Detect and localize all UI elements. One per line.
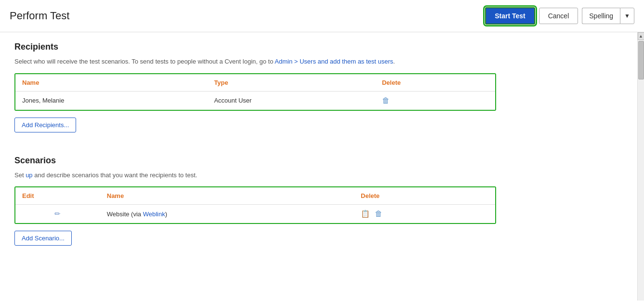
scenarios-section: Scenarios Set up and describe scenarios …: [14, 156, 623, 258]
scenario-name-text: Website (via Weblink): [107, 210, 167, 218]
scenarios-table: Edit Name Delete ✏ Website (via Weblink): [15, 187, 495, 223]
table-row: ✏ Website (via Weblink) 📋 🗑: [15, 205, 495, 223]
copy-scenario-icon[interactable]: 📋: [361, 210, 370, 218]
recipients-col-delete: Delete: [375, 74, 495, 92]
admin-users-link[interactable]: Admin > Users and add them as test users: [275, 58, 393, 65]
scenario-name: Website (via Weblink): [100, 205, 354, 223]
recipient-type: Account User: [207, 91, 375, 110]
recipients-table-wrapper: Name Type Delete Jones, Melanie Account …: [14, 73, 496, 111]
scenarios-table-wrapper: Edit Name Delete ✏ Website (via Weblink): [14, 186, 496, 224]
recipient-name: Jones, Melanie: [15, 91, 207, 110]
scrollbar-up-arrow[interactable]: ▲: [638, 32, 644, 40]
recipients-table: Name Type Delete Jones, Melanie Account …: [15, 74, 495, 110]
spelling-button[interactable]: Spelling: [582, 8, 620, 24]
page-body: Recipients Select who will receive the t…: [0, 32, 644, 301]
recipient-delete-cell: 🗑: [375, 91, 495, 110]
recipients-section: Recipients Select who will receive the t…: [14, 42, 623, 144]
cancel-button[interactable]: Cancel: [539, 8, 578, 24]
scrollbar-thumb[interactable]: [638, 41, 644, 79]
add-recipients-button[interactable]: Add Recipients...: [14, 118, 76, 132]
page-title: Perform Test: [10, 10, 69, 22]
set-up-link[interactable]: up: [26, 171, 32, 179]
recipients-table-header-row: Name Type Delete: [15, 74, 495, 92]
scenarios-col-delete: Delete: [354, 187, 495, 205]
main-content: Recipients Select who will receive the t…: [0, 32, 637, 301]
table-row: Jones, Melanie Account User 🗑: [15, 91, 495, 110]
scenarios-description: Set up and describe scenarios that you w…: [14, 171, 623, 180]
edit-scenario-icon[interactable]: ✏: [54, 210, 61, 218]
start-test-button[interactable]: Start Test: [485, 7, 535, 25]
weblink-link[interactable]: Weblink: [143, 210, 165, 218]
add-scenario-button[interactable]: Add Scenario...: [14, 231, 72, 246]
scenarios-title: Scenarios: [14, 156, 623, 166]
header-actions: Start Test Cancel Spelling ▼: [485, 7, 634, 25]
scenario-edit-cell: ✏: [15, 205, 100, 223]
recipients-col-name: Name: [15, 74, 207, 92]
recipients-col-type: Type: [207, 74, 375, 92]
scenarios-col-edit: Edit: [15, 187, 100, 205]
delete-scenario-icon[interactable]: 🗑: [375, 210, 382, 218]
scrollbar: ▲: [637, 32, 644, 301]
spelling-group: Spelling ▼: [582, 8, 634, 24]
recipients-description: Select who will receive the test scenari…: [14, 57, 623, 66]
scenarios-table-header-row: Edit Name Delete: [15, 187, 495, 205]
delete-recipient-icon[interactable]: 🗑: [382, 96, 390, 105]
recipients-title: Recipients: [14, 42, 623, 52]
scenarios-col-name: Name: [100, 187, 354, 205]
spelling-caret-button[interactable]: ▼: [620, 8, 634, 24]
header: Perform Test Start Test Cancel Spelling …: [0, 0, 644, 32]
scenario-delete-cell: 📋 🗑: [354, 205, 495, 223]
